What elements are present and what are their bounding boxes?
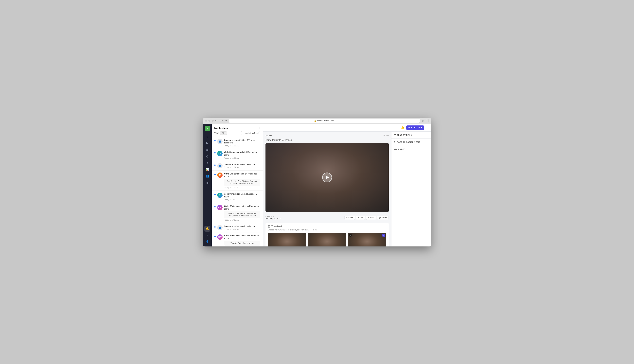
video-name-label: Name bbox=[266, 134, 382, 137]
avatar: CK bbox=[217, 151, 222, 156]
move-button[interactable]: ⇒ Move bbox=[366, 216, 376, 220]
unread-dot bbox=[214, 140, 216, 142]
embed-label: </> EMBED bbox=[394, 148, 405, 150]
avatar: CW bbox=[217, 205, 222, 210]
created-date: February 2, 2024 bbox=[266, 218, 280, 220]
notification-item[interactable]: CW Colin White commented on Knock deal r… bbox=[212, 203, 263, 223]
play-button[interactable] bbox=[322, 172, 332, 182]
mark-all-read-button[interactable]: ✓ Mark all as Read bbox=[241, 131, 260, 135]
sidebar-item-integrations[interactable]: ⊕ bbox=[204, 160, 210, 166]
thumbnail-custom-option[interactable]: ✓ × Custom thumbnail bbox=[348, 233, 386, 246]
notification-time: Today at 11:08 AM bbox=[224, 145, 260, 147]
unread-dot bbox=[214, 174, 216, 175]
notification-text: Someone visited Knock deal room. bbox=[224, 163, 260, 166]
notification-content: Someone visited Knock deal room. Today a… bbox=[224, 163, 260, 168]
notification-item[interactable]: CB Chris Bell commented on Knock deal ro… bbox=[212, 170, 263, 191]
notification-close-button[interactable]: × bbox=[258, 126, 260, 130]
main-scroll: Name 25/100 CRE bbox=[263, 132, 431, 246]
sidebar-notifications-button[interactable]: 🔔 bbox=[204, 226, 210, 232]
sidebar-item-grid[interactable]: ⊞ bbox=[204, 180, 210, 186]
notification-item[interactable]: CW Colin White commented on Knock deal r… bbox=[212, 232, 263, 246]
notification-item[interactable]: 👤 Someone visited Knock deal room. Today… bbox=[212, 223, 263, 232]
filter-value: All bbox=[222, 132, 224, 134]
video-title-input[interactable] bbox=[266, 139, 389, 141]
trim-button[interactable]: ✂ Trim bbox=[356, 216, 365, 220]
sidebar-item-home[interactable]: ⌂ bbox=[204, 134, 210, 140]
main-content: 🔔 ⊕ Share Link ▾ ··· Name 25/100 bbox=[263, 124, 431, 246]
trim-icon: ✂ bbox=[358, 216, 359, 219]
notification-time: Today at 10:17 AM bbox=[224, 219, 260, 221]
browser-min-btn[interactable] bbox=[208, 120, 210, 122]
view-filter-dropdown[interactable]: All ▾ bbox=[220, 132, 227, 135]
avatar: 👤 bbox=[217, 139, 222, 144]
sidebar-item-videos[interactable]: ▶ bbox=[204, 140, 210, 146]
browser-max-btn[interactable] bbox=[212, 120, 214, 122]
post-to-social-header[interactable]: ⟳ POST TO SOCIAL MEDIA › bbox=[392, 139, 431, 146]
thumbnail-icon: 🖼 bbox=[268, 225, 270, 228]
sidebar-item-reports[interactable]: 📊 bbox=[204, 166, 210, 172]
notification-comment: Got it – I think we'd absolutely look to… bbox=[224, 178, 260, 186]
notification-item[interactable]: CK chris@knock.app visited Knock deal ro… bbox=[212, 149, 263, 161]
notification-text: Chris Bell commented on Knock deal room bbox=[224, 172, 260, 178]
send-by-email-label: ✉ SEND BY EMAIL bbox=[394, 134, 412, 136]
notification-item[interactable]: CK colin@knock.app visited Knock deal ro… bbox=[212, 191, 263, 203]
stitch-button[interactable]: ✂ Stitch bbox=[344, 216, 355, 220]
notification-comment: Thanks, Sam, this is great. bbox=[224, 241, 260, 246]
send-by-email-section: ✉ SEND BY EMAIL › bbox=[392, 132, 431, 139]
notification-item[interactable]: 👤 Someone viewed 100% of Vidyard Recordi… bbox=[212, 137, 263, 149]
anon-icon: 👤 bbox=[219, 140, 221, 143]
thumbnail-animated-option[interactable]: Animated thumbnail bbox=[308, 233, 346, 246]
notification-list: 👤 Someone viewed 100% of Vidyard Recordi… bbox=[212, 137, 263, 246]
notification-content: Colin White commented on Knock deal room… bbox=[224, 205, 260, 221]
forward-button[interactable]: ⟶ bbox=[220, 119, 223, 122]
share-link-button[interactable]: ⊕ Share Link ▾ bbox=[406, 126, 424, 130]
char-count: 25/100 bbox=[382, 134, 389, 137]
address-bar[interactable]: 🔒 secure.vidyard.com bbox=[229, 119, 420, 123]
back-button[interactable]: ⟵ bbox=[215, 119, 218, 122]
avatar: 👤 bbox=[217, 225, 222, 230]
chevron-down-icon: ▾ bbox=[224, 132, 225, 134]
refresh-button[interactable]: ↻ bbox=[224, 119, 228, 122]
post-to-social-section: ⟳ POST TO SOCIAL MEDIA › bbox=[392, 139, 431, 146]
delete-button[interactable]: 🗑 Delete bbox=[377, 216, 389, 220]
avatar: 👤 bbox=[217, 163, 222, 168]
content-area: Name 25/100 CRE bbox=[263, 132, 391, 246]
app-logo: V bbox=[205, 126, 210, 131]
unread-dot bbox=[214, 164, 216, 166]
sidebar-profile-button[interactable]: 👤 bbox=[204, 239, 210, 245]
video-player[interactable] bbox=[266, 143, 389, 212]
tabs-button[interactable]: ⧉ bbox=[421, 119, 424, 122]
thumbnail-static-option[interactable]: Static thumbnail bbox=[268, 233, 306, 246]
avatar: CK bbox=[217, 193, 222, 198]
view-filter: View: All ▾ bbox=[214, 132, 227, 135]
notification-header: Notifications × View: All ▾ ✓ Mark all a… bbox=[212, 124, 263, 137]
sidebar-item-analytics[interactable]: ◎ bbox=[204, 153, 210, 159]
embed-text: EMBED bbox=[398, 148, 405, 150]
browser-close-btn[interactable] bbox=[205, 120, 207, 122]
sidebar-toggle-button[interactable]: ⬜ bbox=[426, 119, 429, 122]
embed-header[interactable]: </> EMBED › bbox=[392, 146, 431, 153]
notification-item[interactable]: 👤 Someone visited Knock deal room. Today… bbox=[212, 161, 263, 170]
sidebar-item-team[interactable]: 👥 bbox=[204, 173, 210, 179]
thumbnail-title: Thumbnail bbox=[272, 225, 282, 228]
share-label: Share Link bbox=[411, 126, 420, 129]
send-by-email-header[interactable]: ✉ SEND BY EMAIL › bbox=[392, 132, 431, 138]
share-icon: ⊕ bbox=[408, 126, 410, 129]
notification-comment: Have you thought about how our budget wi… bbox=[224, 211, 260, 218]
more-options-button[interactable]: ··· bbox=[426, 126, 428, 130]
send-by-email-text: SEND BY EMAIL bbox=[397, 134, 412, 136]
trash-icon: 🗑 bbox=[379, 217, 381, 219]
sidebar-help-button[interactable]: ? bbox=[204, 232, 210, 238]
chevron-right-icon: › bbox=[428, 134, 428, 136]
embed-icon: </> bbox=[394, 148, 397, 150]
sidebar-item-playlists[interactable]: ☰ bbox=[204, 147, 210, 153]
notification-bell-icon[interactable]: 🔔 bbox=[401, 126, 404, 130]
notification-time: Today at 10:17 AM bbox=[224, 199, 260, 201]
anon-icon: 👤 bbox=[219, 226, 221, 229]
move-icon: ⇒ bbox=[368, 216, 369, 219]
unread-dot bbox=[214, 226, 216, 228]
mark-all-label: Mark all as Read bbox=[245, 132, 258, 134]
avatar: CB bbox=[217, 172, 222, 178]
notification-content: Someone viewed 100% of Vidyard Recording… bbox=[224, 139, 260, 147]
url-text: secure.vidyard.com bbox=[317, 120, 334, 122]
